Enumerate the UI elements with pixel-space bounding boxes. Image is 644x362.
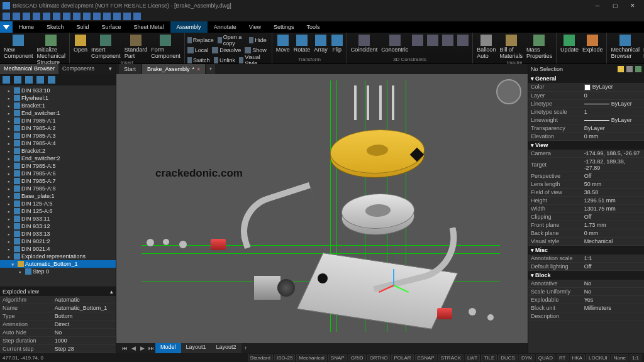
exploded-row[interactable]: NameAutomatic_Bottom_1 (0, 304, 116, 312)
modify-icon[interactable] (239, 57, 243, 63)
maximize-button[interactable]: ▢ (606, 0, 624, 11)
qat-undo-icon[interactable] (43, 13, 50, 20)
constraint-button[interactable] (441, 34, 455, 53)
tree-node[interactable]: ▪DIN 933:12 (0, 222, 116, 230)
status-toggle-strack[interactable]: STRACK (438, 354, 464, 361)
tree-node[interactable]: ▪DIN 933:10 (0, 87, 116, 94)
tree-node[interactable]: ▪DIN 7985-A:8 (0, 185, 116, 192)
tab-start[interactable]: Start (119, 64, 141, 74)
tree-node[interactable]: ▪Bracket:1 (0, 102, 116, 109)
ribbon-tab-assembly[interactable]: Assembly (170, 21, 208, 33)
tree-node[interactable]: ▪DIN 7985-A:3 (0, 132, 116, 140)
init-mech-button[interactable]: Initialize Mechanical Structure (36, 34, 67, 66)
props-row[interactable]: LinetypeByLayer (528, 99, 644, 107)
props-row[interactable]: Layer0 (528, 91, 644, 99)
tree-node[interactable]: ▪End_switcher:2 (0, 155, 116, 162)
props-row[interactable]: ClippingOff (528, 212, 644, 221)
flip-button[interactable]: Flip (330, 34, 344, 53)
exploded-row[interactable]: Current stepStep 28 (0, 345, 116, 353)
props-tool-icon[interactable] (618, 66, 624, 72)
rotate-button[interactable]: Rotate (292, 34, 312, 53)
props-row[interactable]: Back plane0 mm (528, 229, 644, 237)
tree-node[interactable]: ▪DIN 9021:4 (0, 245, 116, 253)
move-button[interactable]: Move (275, 34, 291, 53)
bom-button[interactable]: Bill of Materials (498, 34, 524, 60)
tree-node[interactable]: ▪DIN 7985-A:5 (0, 162, 116, 170)
tree-node[interactable]: ▪Exploded representations (0, 253, 116, 260)
tree-node[interactable]: ▪DIN 7985-A:6 (0, 170, 116, 177)
status-toggle-1:1[interactable]: 1:1 (630, 354, 641, 361)
status-toggle-none[interactable]: None (611, 354, 628, 361)
status-toggle-tile[interactable]: TILE (481, 354, 497, 361)
layout-tab-layout2[interactable]: Layout2 (211, 343, 242, 353)
mech-browser-button[interactable]: Mechanical Browser (609, 34, 641, 60)
model-canvas[interactable]: crackedonic.com (116, 74, 528, 343)
qat-icon[interactable] (73, 13, 80, 20)
props-row[interactable]: Lens length50 mm (528, 180, 644, 188)
modify-icon[interactable] (249, 37, 253, 43)
props-row[interactable]: TransparencyByLayer (528, 124, 644, 132)
props-row[interactable]: Description (528, 312, 644, 320)
status-toggle-ortho[interactable]: ORTHO (367, 354, 391, 361)
coincident-button[interactable]: Coincident (350, 34, 379, 53)
status-toggle-mechanical[interactable]: Mechanical (296, 354, 326, 361)
tree-node[interactable]: ▪Base_plate:1 (0, 192, 116, 200)
modify-label[interactable]: Unlink (219, 57, 235, 63)
tree-tool-icon[interactable] (14, 76, 21, 84)
tab-file[interactable]: Brake_Assembly*× (142, 64, 205, 74)
modify-icon[interactable] (212, 47, 218, 53)
modify-icon[interactable] (187, 37, 192, 43)
tree-node[interactable]: ▪DIN 9021:2 (0, 238, 116, 245)
tree-node[interactable]: ▪DIN 933:11 (0, 215, 116, 222)
layout-nav-first-icon[interactable]: ⏮ (120, 343, 129, 353)
props-category[interactable]: ▾ Misc (528, 246, 644, 255)
props-category[interactable]: ▾ Block (528, 271, 644, 280)
props-row[interactable]: ExplodableYes (528, 295, 644, 304)
tree-node[interactable]: ▪Flywheel:1 (0, 94, 116, 102)
constraint-button[interactable] (426, 34, 440, 53)
props-row[interactable]: Block unitMillimeters (528, 304, 644, 312)
close-button[interactable]: ✕ (624, 0, 641, 11)
tree-node[interactable]: ▪DIN 7985-A:7 (0, 177, 116, 185)
ribbon-tab-surface[interactable]: Surface (96, 21, 128, 33)
modify-label[interactable]: Hide (255, 37, 267, 43)
tree-node[interactable]: ▪DIN 125-A:5 (0, 200, 116, 207)
mass-props-button[interactable]: Mass Properties (525, 34, 553, 60)
exploded-row[interactable]: TypeBottom (0, 312, 116, 321)
modify-label[interactable]: Local (195, 47, 209, 53)
props-row[interactable]: Target-173.82, 189.38, -27.89 (528, 157, 644, 172)
exploded-row[interactable]: AlgorithmAutomatic (0, 296, 116, 304)
close-tab-icon[interactable]: × (197, 66, 200, 72)
props-row[interactable]: Default lightingOff (528, 262, 644, 270)
ribbon-tab-solid[interactable]: Solid (70, 21, 96, 33)
qat-save-icon[interactable] (23, 13, 30, 20)
modify-icon[interactable] (218, 37, 222, 43)
layout-add-button[interactable]: + (242, 343, 250, 353)
new-tab-button[interactable]: + (206, 64, 214, 74)
open-button[interactable]: Open (72, 34, 89, 60)
tree-node-selected[interactable]: ▾Automatic_Bottom_1 (0, 260, 116, 268)
update-button[interactable]: Update (559, 34, 580, 53)
props-row[interactable]: PerspectiveOff (528, 172, 644, 180)
status-toggle-snap[interactable]: SNAP (328, 354, 347, 361)
exploded-row[interactable]: Auto hideNo (0, 329, 116, 337)
status-toggle-grid[interactable]: GRID (348, 354, 366, 361)
tree-tool-icon[interactable] (3, 76, 10, 84)
ribbon-tab-tools[interactable]: Tools (301, 21, 326, 33)
props-row[interactable]: Elevation0 mm (528, 132, 644, 140)
props-row[interactable]: Scale UniformlyNo (528, 287, 644, 295)
qat-icon[interactable] (123, 13, 131, 20)
panel-menu-icon[interactable]: ▾ (105, 64, 116, 74)
qat-open-icon[interactable] (13, 13, 20, 20)
tree-node[interactable]: ▪DIN 7985-A:4 (0, 140, 116, 147)
layout-tab-model[interactable]: Model (155, 343, 181, 353)
form-component-button[interactable]: Form Component (150, 34, 182, 60)
new-component-button[interactable]: New Component (3, 34, 35, 66)
status-toggle-hka[interactable]: HKA (570, 354, 585, 361)
status-toggle-lockui[interactable]: LOCKUI (586, 354, 610, 361)
status-toggle-iso-25[interactable]: ISO-25 (274, 354, 295, 361)
tab-components[interactable]: Components (58, 64, 98, 74)
modify-icon[interactable] (187, 47, 194, 53)
collapse-icon[interactable]: ▴ (110, 288, 113, 295)
status-toggle-dyn[interactable]: DYN (519, 354, 535, 361)
